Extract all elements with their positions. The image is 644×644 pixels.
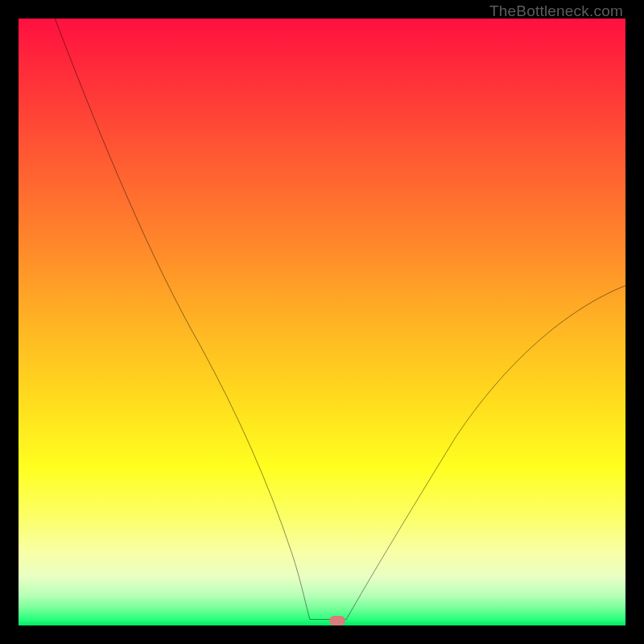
optimal-point-marker [329, 616, 345, 625]
bottleneck-curve [19, 19, 625, 625]
plot-area [19, 19, 625, 625]
chart-frame: TheBottleneck.com [0, 0, 644, 644]
watermark-text: TheBottleneck.com [489, 2, 623, 20]
